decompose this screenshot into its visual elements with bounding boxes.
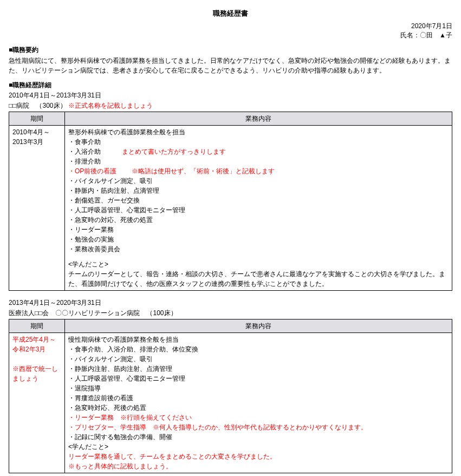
list-item: ・食事介助 xyxy=(68,137,449,147)
bullet-text: ・OP前後の看護 xyxy=(68,167,116,175)
list-item: ・急変時対応、死後の処置 xyxy=(68,403,449,413)
job1-content-cell: 整形外科病棟での看護師業務全般を担当 ・食事介助 ・入浴介助 まとめて書いた方が… xyxy=(65,125,452,290)
bullet-note: ※略語は使用せず、「術前・術後」と記載します xyxy=(132,167,275,175)
list-item: ・胃瘻造設前後の看護 xyxy=(68,393,449,403)
job2-content-cell: 慢性期病棟での看護師業務全般を担当 ・食事介助、入浴介助、排泄介助、体位変換 ・… xyxy=(65,332,452,473)
list-item: ・業務改善委員会 xyxy=(68,244,449,254)
list-item: ・排泄介助 xyxy=(68,157,449,166)
author-name: 氏名：〇田 ▲子 xyxy=(9,31,452,40)
th-period: 期間 xyxy=(9,319,65,332)
list-item: ・静脈内注射、筋肉注射、点滴管理 xyxy=(68,364,449,374)
learned-heading: <学んだこと> xyxy=(68,442,449,452)
learned-heading: <学んだこと> xyxy=(68,259,449,269)
job1-hospital-line: □□病院 （300床） ※正式名称を記載しましょう xyxy=(9,101,452,110)
list-item: ・勉強会の実施 xyxy=(68,234,449,244)
th-content: 業務内容 xyxy=(65,112,452,125)
bullet-text: ・入浴介助 xyxy=(68,148,101,155)
document-date: 2020年7月1日 xyxy=(9,22,452,31)
list-item: ・リーダー業務 xyxy=(68,225,449,234)
summary-text: 急性期病院にて、整形外科病棟での看護師業務を担当してきました。日常的なケアだけで… xyxy=(9,56,452,75)
list-item: ・静脈内・筋肉注射、点滴管理 xyxy=(68,186,449,195)
list-item: ・OP前後の看護 ※略語は使用せず、「術前・術後」と記載します xyxy=(68,166,449,176)
table-row: 平成25年4月～令和2年3月 ※西暦で統一しましょう 慢性期病棟での看護師業務全… xyxy=(9,332,452,473)
learned-text: チームのリーダーとして、報告・連絡・相談の大切さ、チームで患者さんに最適なケアを… xyxy=(68,269,449,289)
list-item: ・バイタルサイン測定、吸引 xyxy=(68,354,449,364)
list-item: ・人工呼吸器管理、心電図モニター管理 xyxy=(68,374,449,383)
table-row: 2010年4月～2013年3月 整形外科病棟での看護師業務全般を担当 ・食事介助… xyxy=(9,125,452,290)
document-title: 職務経歴書 xyxy=(9,9,452,18)
table-header-row: 期間 業務内容 xyxy=(9,319,452,332)
list-item: ・入浴介助 まとめて書いた方がすっきりします xyxy=(68,147,449,157)
list-item: ・退院指導 xyxy=(68,383,449,393)
history-heading: ■職務経歴詳細 xyxy=(9,81,452,90)
list-item: ・人工呼吸器管理、心電図モニター管理 xyxy=(68,205,449,215)
job2-period-cell: 平成25年4月～令和2年3月 ※西暦で統一しましょう xyxy=(9,332,65,473)
job2-hospital-line: 医療法人□□会 〇〇リハビリテーション病院 （100床） xyxy=(9,309,452,318)
job2-role: 慢性期病棟での看護師業務全般を担当 xyxy=(68,335,449,344)
job1-role: 整形外科病棟での看護師業務全般を担当 xyxy=(68,127,449,137)
job1-period-cell: 2010年4月～2013年3月 xyxy=(9,125,65,290)
job2-period-line: 2013年4月1日～2020年3月31日 xyxy=(9,298,452,308)
list-item: ・リーダー業務 ※行頭を揃えてください xyxy=(68,413,449,422)
list-item: ・創傷処置、ガーゼ交換 xyxy=(68,195,449,205)
period-blank xyxy=(12,354,61,364)
summary-heading: ■職務要約 xyxy=(9,45,452,55)
job1-table: 期間 業務内容 2010年4月～2013年3月 整形外科病棟での看護師業務全般を… xyxy=(9,112,452,291)
job2-period-note: ※西暦で統一しましょう xyxy=(12,364,61,383)
job1-period-line: 2010年4月1日～2013年3月31日 xyxy=(9,91,452,100)
list-item: ・食事介助、入浴介助、排泄介助、体位変換 xyxy=(68,344,449,354)
list-item: ・記録に関する勉強会の準備、開催 xyxy=(68,432,449,442)
table-header-row: 期間 業務内容 xyxy=(9,112,452,125)
header-meta: 2020年7月1日 氏名：〇田 ▲子 xyxy=(9,22,452,40)
spacer xyxy=(68,254,449,259)
learned-text: リーダー業務を通して、チームをまとめることの大変さを学びました。 xyxy=(68,452,449,461)
job1-hospital: □□病院 （300床） xyxy=(9,102,67,109)
job2-table: 期間 業務内容 平成25年4月～令和2年3月 ※西暦で統一しましょう 慢性期病棟… xyxy=(9,319,452,473)
job2-period: 平成25年4月～令和2年3月 xyxy=(12,335,61,354)
th-content: 業務内容 xyxy=(65,319,452,332)
list-item: ・急変時の対応、死後の処置 xyxy=(68,215,449,225)
list-item: ・バイタルサイン測定、吸引 xyxy=(68,176,449,186)
learned-note: ※もっと具体的に記載しましょう。 xyxy=(68,461,449,471)
bullet-note: まとめて書いた方がすっきりします xyxy=(122,148,226,155)
th-period: 期間 xyxy=(9,112,65,125)
job1-hospital-note: ※正式名称を記載しましょう xyxy=(68,102,153,109)
list-item: ・プリセプター、学生指導 ※何人を指導したのか、性別や年代も記載するとわかりやす… xyxy=(68,422,449,432)
